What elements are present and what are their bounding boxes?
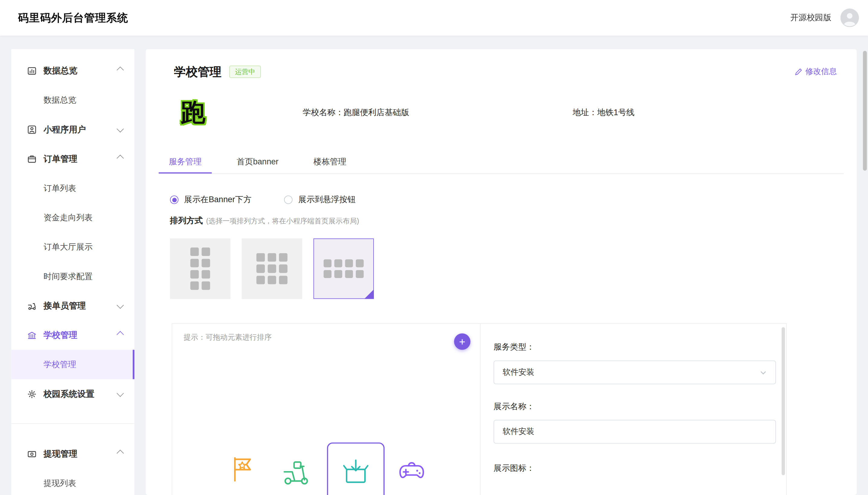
page-scrollbar[interactable]	[863, 51, 867, 170]
service-item-scooter[interactable]	[281, 457, 311, 487]
main-panel: 学校管理 运营中 修改信息 跑 学校名称：跑腿便利店基础版 地址：地铁1号线 服…	[146, 49, 856, 495]
layout-options	[159, 238, 844, 299]
sidebar-subitem-data-overview[interactable]: 数据总览	[11, 85, 135, 115]
sidebar-subitem-label: 时间要求配置	[43, 271, 93, 282]
service-item-flag[interactable]	[228, 454, 257, 483]
sidebar: 数据总览 数据总览 小程序用户 订单管理 订单列表 资金走向列表 订单	[11, 49, 135, 495]
sidebar-item-label: 提现管理	[43, 448, 77, 459]
sort-hint: 提示：可拖动元素进行排序	[172, 324, 480, 342]
display-name-label: 展示名称：	[494, 401, 786, 412]
chevron-up-icon	[117, 154, 124, 162]
delivery-scooter-icon	[281, 457, 311, 487]
selected-corner-icon	[364, 289, 374, 299]
form-scrollbar[interactable]	[782, 327, 785, 475]
sidebar-subitem-fund-flow-list[interactable]: 资金走向列表	[11, 203, 135, 232]
service-item-gamepad[interactable]	[397, 456, 426, 485]
school-name-label: 学校名称：	[303, 107, 344, 117]
sidebar-item-school-management[interactable]: 学校管理	[11, 320, 135, 349]
flag-star-icon	[228, 454, 257, 483]
sidebar-subitem-label: 订单列表	[43, 183, 76, 194]
service-form: 服务类型： 软件安装 展示名称： 展示图标：	[480, 324, 786, 495]
sidebar-item-data-overview[interactable]: 数据总览	[11, 56, 135, 85]
sidebar-item-miniprogram-users[interactable]: 小程序用户	[11, 115, 135, 144]
user-avatar[interactable]	[840, 8, 859, 27]
tab-home-banner[interactable]: 首页banner	[227, 151, 289, 173]
radio-unchecked-icon	[284, 195, 293, 204]
chart-board-icon	[26, 66, 37, 76]
chevron-down-icon	[117, 390, 124, 397]
chevron-down-icon	[760, 369, 767, 376]
sidebar-divider	[11, 423, 135, 424]
arrangement-header: 排列方式 (选择一项排列方式，将在小程序端首页展示布局)	[159, 215, 844, 226]
sidebar-item-campus-settings[interactable]: 校园系统设置	[11, 379, 135, 409]
sidebar-subitem-time-config[interactable]: 时间要求配置	[11, 262, 135, 291]
display-icon-label: 展示图标：	[494, 463, 786, 474]
version-label: 开源校园版	[791, 12, 831, 23]
layout-4col-preview-icon	[323, 259, 364, 278]
gear-icon	[26, 389, 37, 399]
sidebar-item-label: 订单管理	[43, 154, 77, 165]
sidebar-item-order-management[interactable]: 订单管理	[11, 144, 135, 173]
service-editor-panel: 提示：可拖动元素进行排序 +	[172, 323, 786, 495]
school-name-value: 跑腿便利店基础版	[344, 107, 409, 117]
service-item-box-download[interactable]	[341, 457, 370, 487]
sortable-services-area: 提示：可拖动元素进行排序 +	[172, 324, 480, 495]
school-logo: 跑	[181, 100, 206, 125]
sidebar-subitem-label: 学校管理	[43, 359, 76, 370]
sidebar-item-label: 小程序用户	[43, 124, 86, 135]
sidebar-subitem-order-hall[interactable]: 订单大厅展示	[11, 233, 135, 262]
sidebar-subitem-label: 资金走向列表	[43, 212, 93, 223]
edit-info-link[interactable]: 修改信息	[795, 67, 837, 77]
order-case-icon	[26, 154, 37, 164]
sidebar-item-label: 数据总览	[43, 65, 77, 76]
sidebar-subitem-withdraw-list[interactable]: 提现列表	[11, 468, 135, 495]
courier-icon	[26, 301, 37, 311]
service-type-select[interactable]: 软件安装	[494, 360, 776, 385]
app-title: 码里码外后台管理系统	[18, 11, 128, 25]
chevron-down-icon	[117, 125, 124, 132]
tab-building-management[interactable]: 楼栋管理	[303, 151, 356, 173]
gamepad-icon	[397, 456, 426, 485]
layout-3col-preview-icon	[256, 253, 287, 284]
sidebar-subitem-label: 订单大厅展示	[43, 241, 93, 252]
school-name: 学校名称：跑腿便利店基础版	[303, 107, 573, 118]
pencil-icon	[795, 68, 802, 75]
withdraw-icon	[26, 449, 37, 459]
page-head: 学校管理 运营中 修改信息 跑 学校名称：跑腿便利店基础版 地址：地铁1号线	[146, 49, 856, 125]
sidebar-subitem-order-list[interactable]: 订单列表	[11, 173, 135, 203]
school-icon	[26, 330, 37, 340]
service-settings-section: 展示在Banner下方 展示到悬浮按钮 排列方式 (选择一项排列方式，将在小程序…	[146, 194, 856, 495]
display-position-radios: 展示在Banner下方 展示到悬浮按钮	[159, 194, 844, 205]
service-type-label: 服务类型：	[494, 342, 786, 353]
radio-banner-below[interactable]: 展示在Banner下方	[170, 194, 252, 205]
sidebar-subitem-label: 数据总览	[43, 95, 76, 105]
arrangement-title: 排列方式	[170, 215, 203, 226]
display-name-input[interactable]	[502, 427, 767, 437]
sidebar-item-label: 学校管理	[43, 330, 77, 341]
edit-info-label: 修改信息	[805, 67, 837, 77]
sidebar-subitem-school-management[interactable]: 学校管理	[11, 349, 135, 379]
page-title: 学校管理	[174, 64, 222, 80]
display-name-field	[494, 420, 776, 444]
layout-option-2col[interactable]	[170, 238, 230, 299]
sidebar-item-withdraw-management[interactable]: 提现管理	[11, 439, 135, 468]
layout-option-3col[interactable]	[242, 238, 302, 299]
add-service-button[interactable]: +	[454, 333, 470, 349]
tab-service-management[interactable]: 服务管理	[159, 151, 212, 173]
school-address-value: 地铁1号线	[597, 107, 635, 117]
sidebar-item-courier-management[interactable]: 接单员管理	[11, 291, 135, 320]
layout-2col-preview-icon	[190, 248, 210, 290]
layout-option-4col[interactable]	[314, 238, 374, 299]
sidebar-item-label: 接单员管理	[43, 301, 86, 311]
box-download-icon	[341, 457, 370, 487]
arrangement-hint: (选择一项排列方式，将在小程序端首页展示布局)	[206, 216, 359, 226]
topbar: 码里码外后台管理系统 开源校园版	[0, 0, 868, 36]
school-info-row: 跑 学校名称：跑腿便利店基础版 地址：地铁1号线	[174, 100, 837, 125]
chevron-down-icon	[117, 301, 124, 309]
user-badge-icon	[26, 124, 37, 135]
user-avatar-icon	[840, 8, 859, 27]
chevron-up-icon	[117, 449, 124, 457]
chevron-up-icon	[117, 66, 124, 73]
radio-floating-button[interactable]: 展示到悬浮按钮	[284, 194, 356, 205]
chevron-up-icon	[117, 330, 124, 338]
